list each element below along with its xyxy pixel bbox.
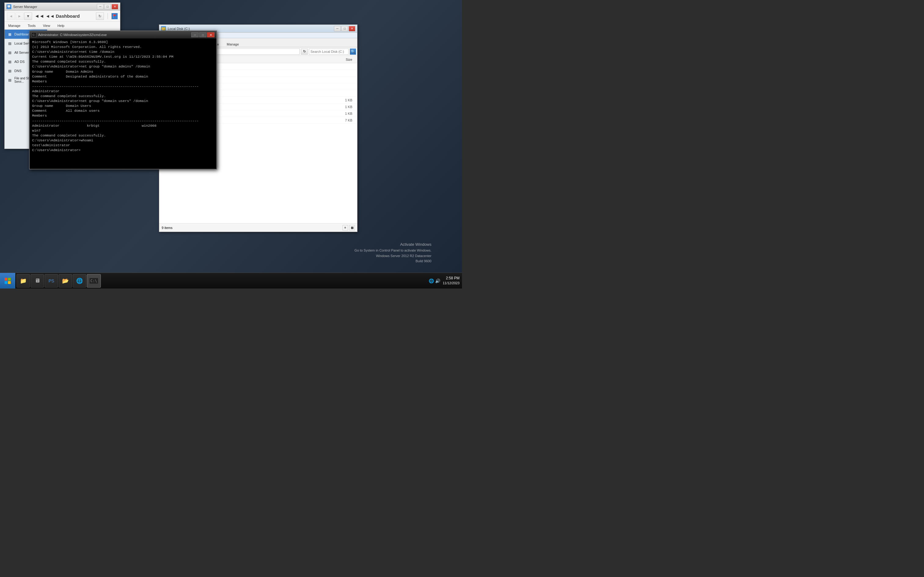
local-disk-controls: ─ □ ✕ bbox=[334, 26, 355, 31]
activate-line2: Go to System in Control Panel to activat… bbox=[354, 248, 431, 253]
cmd-minimize-button[interactable]: ─ bbox=[191, 32, 199, 37]
forward-button[interactable]: ► bbox=[16, 13, 24, 20]
ld-close-button[interactable]: ✕ bbox=[349, 26, 355, 31]
cmd-maximize-button[interactable]: □ bbox=[199, 32, 207, 37]
file-explorer-icon: 📁 bbox=[20, 277, 27, 284]
col-size[interactable]: Size bbox=[336, 58, 355, 61]
server-manager-taskbar-button[interactable]: 🖥 bbox=[31, 274, 44, 288]
help-menu[interactable]: Help bbox=[56, 23, 66, 28]
ld-maximize-button[interactable]: □ bbox=[341, 26, 348, 31]
details-view-button[interactable]: ≡ bbox=[342, 225, 348, 230]
powershell-icon: PS bbox=[48, 279, 54, 283]
volume-icon: 🔊 bbox=[435, 279, 440, 283]
cmd-content[interactable]: Microsoft Windows [Version 6.3.9600](c) … bbox=[30, 39, 216, 169]
view-menu[interactable]: View bbox=[42, 23, 51, 28]
powershell-taskbar-button[interactable]: PS bbox=[45, 274, 58, 288]
tab-manage[interactable]: Manage bbox=[223, 41, 243, 47]
taskbar: 📁 🖥 PS 📂 🌐 C:\ 🌐 🔊 bbox=[0, 272, 462, 288]
tools-menu[interactable]: Tools bbox=[27, 23, 37, 28]
local-server-icon: ▤ bbox=[8, 41, 12, 45]
desktop: Rec... Server Manager ─ □ ✕ ◄ ► ▼ bbox=[0, 0, 462, 288]
browser-icon: 🌐 bbox=[76, 277, 83, 284]
activate-line3: Windows Server 2012 R2 Datacenter bbox=[354, 253, 431, 259]
window-controls: ─ □ ✕ bbox=[97, 4, 118, 10]
manage-menu[interactable]: Manage bbox=[7, 23, 22, 28]
tray-icons: 🌐 🔊 bbox=[429, 279, 440, 283]
cmd-window: C: Administrator: C:\Windows\system32\cm… bbox=[29, 31, 217, 169]
cmd-taskbar-icon: C:\ bbox=[89, 278, 98, 284]
ld-refresh-button[interactable]: ↻ bbox=[301, 48, 308, 55]
network-icon: 🌐 bbox=[429, 279, 434, 283]
adds-icon: ▤ bbox=[8, 60, 12, 64]
cmd-close-button[interactable]: ✕ bbox=[207, 32, 215, 37]
clock-date: 11/12/2023 bbox=[443, 281, 460, 285]
nav-buttons: ◄ ► ▼ bbox=[7, 13, 32, 20]
sidebar-all-servers-label: All Servers bbox=[15, 51, 31, 54]
dashboard-label: ◄◄ Dashboard bbox=[45, 13, 80, 19]
sidebar-adds-label: AD DS bbox=[15, 60, 25, 63]
local-disk-title: Local Disk (C:) bbox=[168, 27, 334, 31]
file-storage-icon: ▤ bbox=[8, 78, 12, 82]
cmd-titlebar[interactable]: C: Administrator: C:\Windows\system32\cm… bbox=[30, 31, 216, 39]
server-manager-title: Server Manager bbox=[13, 5, 97, 8]
cmd-icon: C: bbox=[31, 32, 36, 37]
cmd-window-controls: ─ □ ✕ bbox=[191, 32, 215, 37]
view-buttons: ≡ ▦ bbox=[342, 225, 355, 230]
minimize-button[interactable]: ─ bbox=[97, 4, 103, 10]
server-manager-toolbar: ◄ ► ▼ ◄◄ ◄◄ Dashboard ↻ 🚩 bbox=[5, 11, 120, 22]
dropdown-button[interactable]: ▼ bbox=[24, 13, 32, 20]
dashboard-icon: ▦ bbox=[8, 32, 12, 36]
system-tray: 🌐 🔊 2:58 PM 11/12/2023 bbox=[426, 273, 462, 288]
svg-point-12 bbox=[164, 29, 165, 30]
sidebar-dashboard-label: Dashboard bbox=[15, 32, 31, 36]
svg-rect-16 bbox=[8, 281, 11, 284]
file-explorer-taskbar-button[interactable]: 📁 bbox=[16, 274, 30, 288]
activate-title: Activate Windows bbox=[354, 242, 431, 248]
system-clock[interactable]: 2:58 PM 11/12/2023 bbox=[443, 276, 460, 285]
maximize-button[interactable]: □ bbox=[104, 4, 111, 10]
ld-minimize-button[interactable]: ─ bbox=[334, 26, 341, 31]
refresh-button[interactable]: ↻ bbox=[96, 13, 104, 20]
activate-build: Build 9600 bbox=[354, 259, 431, 264]
folder-taskbar-button[interactable]: 📂 bbox=[59, 274, 72, 288]
sidebar-dns-label: DNS bbox=[15, 69, 21, 73]
dns-icon: ▤ bbox=[8, 69, 12, 73]
list-view-button[interactable]: ▦ bbox=[349, 225, 355, 230]
svg-rect-14 bbox=[8, 278, 11, 280]
all-servers-icon: ▤ bbox=[8, 50, 12, 55]
svg-rect-8 bbox=[8, 7, 10, 8]
cmd-taskbar-button[interactable]: C:\ bbox=[87, 274, 101, 288]
close-button[interactable]: ✕ bbox=[111, 4, 118, 10]
server-manager-titlebar[interactable]: Server Manager ─ □ ✕ bbox=[5, 3, 120, 11]
folder-icon: 📂 bbox=[62, 277, 69, 284]
search-input[interactable] bbox=[309, 48, 349, 55]
back-button[interactable]: ◄ bbox=[7, 13, 15, 20]
svg-rect-15 bbox=[5, 281, 7, 284]
browser-taskbar-button[interactable]: 🌐 bbox=[73, 274, 86, 288]
menu-bar: Manage Tools View Help bbox=[5, 22, 120, 30]
server-manager-taskbar-icon: 🖥 bbox=[34, 277, 40, 284]
dashboard-title-area: ◄◄ ◄◄ Dashboard bbox=[34, 13, 80, 19]
dashboard-arrows: ◄◄ bbox=[34, 13, 44, 19]
cmd-title: Administrator: C:\Windows\system32\cmd.e… bbox=[38, 33, 191, 37]
start-button[interactable] bbox=[0, 273, 15, 289]
server-manager-icon bbox=[6, 4, 11, 9]
items-count: 9 items bbox=[162, 226, 172, 230]
svg-rect-9 bbox=[8, 8, 10, 8]
svg-rect-7 bbox=[7, 5, 10, 7]
status-bar: 9 items ≡ ▦ bbox=[159, 223, 357, 232]
taskbar-buttons: 📁 🖥 PS 📂 🌐 C:\ bbox=[15, 273, 102, 288]
search-button[interactable]: 🔍 bbox=[350, 48, 356, 55]
svg-rect-13 bbox=[5, 278, 7, 280]
clock-time: 2:58 PM bbox=[443, 276, 460, 281]
activate-windows-watermark: Activate Windows Go to System in Control… bbox=[354, 242, 431, 264]
svg-rect-11 bbox=[162, 27, 165, 28]
flag-icon: 🚩 bbox=[111, 13, 118, 19]
